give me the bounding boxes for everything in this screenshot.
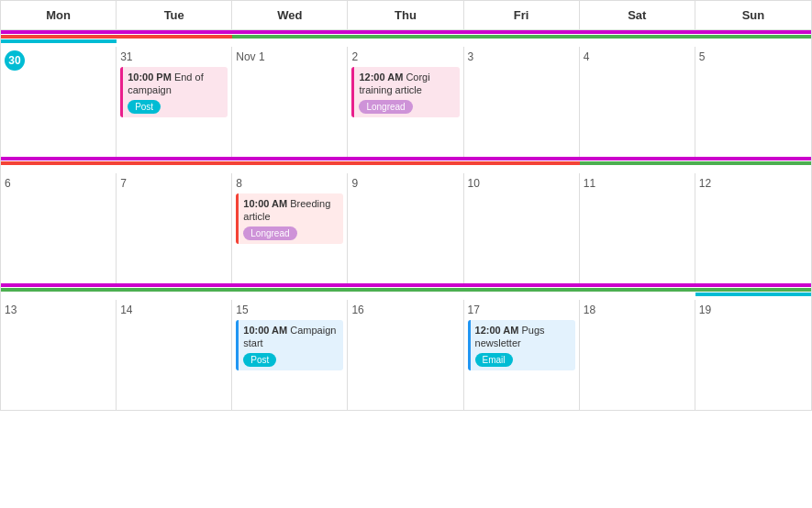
day-cell: 1510:00 AM Campaign startPost xyxy=(232,300,348,410)
event-block[interactable]: 10:00 AM Campaign startPost xyxy=(236,320,343,370)
day-header-sun: Sun xyxy=(695,1,811,29)
calendar-bar xyxy=(695,293,811,296)
calendar: MonTueWedThuFriSatSun 303110:00 PM End o… xyxy=(0,0,812,411)
event-tag: Post xyxy=(128,100,161,114)
day-cell: 12 xyxy=(695,173,811,283)
day-number: 5 xyxy=(699,50,807,63)
calendar-bar xyxy=(232,35,811,39)
calendar-bar xyxy=(1,288,811,292)
day-cell: Nov 1 xyxy=(232,47,348,157)
event-tag: Longread xyxy=(243,226,296,240)
event-block[interactable]: 10:00 PM End of campaignPost xyxy=(120,67,228,117)
day-cell: 810:00 AM Breeding articleLongread xyxy=(232,173,348,283)
day-number: 19 xyxy=(699,304,807,316)
day-number: 3 xyxy=(468,50,575,63)
calendar-body: 303110:00 PM End of campaignPostNov 1212… xyxy=(1,30,811,410)
day-header-sat: Sat xyxy=(580,1,695,29)
day-number: 18 xyxy=(584,304,691,316)
day-cell: 9 xyxy=(348,173,463,283)
day-number: 8 xyxy=(236,177,343,190)
event-tag: Longread xyxy=(359,100,412,114)
day-number: Nov 1 xyxy=(236,50,343,63)
day-cell: 6 xyxy=(1,173,117,283)
event-time: 12:00 AM xyxy=(359,72,406,83)
day-cell: 4 xyxy=(580,47,695,157)
day-number: 7 xyxy=(120,177,228,190)
day-cell: 14 xyxy=(117,300,232,410)
day-cell: 18 xyxy=(580,300,695,410)
calendar-bar xyxy=(1,283,811,287)
day-number: 13 xyxy=(5,304,112,316)
day-header-tue: Tue xyxy=(117,1,232,29)
week-row-0: 303110:00 PM End of campaignPostNov 1212… xyxy=(1,30,811,157)
day-number: 30 xyxy=(5,50,25,71)
day-cell: 10 xyxy=(464,173,580,283)
day-cell: 7 xyxy=(117,173,232,283)
day-cell: 16 xyxy=(348,300,463,410)
calendar-bar xyxy=(1,30,811,34)
event-block[interactable]: 12:00 AM Corgi training articleLongread xyxy=(351,67,459,117)
day-header-wed: Wed xyxy=(232,1,348,29)
event-block[interactable]: 10:00 AM Breeding articleLongread xyxy=(236,193,343,244)
day-header-fri: Fri xyxy=(464,1,580,29)
day-number: 15 xyxy=(236,304,343,316)
event-tag: Email xyxy=(475,353,513,367)
event-time: 10:00 PM xyxy=(128,72,174,83)
day-cell: 3110:00 PM End of campaignPost xyxy=(117,47,232,157)
day-cell: 212:00 AM Corgi training articleLongread xyxy=(348,47,463,157)
week-days-1: 67810:00 AM Breeding articleLongread9101… xyxy=(1,173,811,283)
day-cell: 5 xyxy=(695,47,811,157)
event-time: 10:00 AM xyxy=(243,325,290,336)
calendar-bar xyxy=(1,157,811,160)
day-header-thu: Thu xyxy=(348,1,463,29)
day-number: 14 xyxy=(120,304,228,316)
week-row-1: 67810:00 AM Breeding articleLongread9101… xyxy=(1,157,811,283)
calendar-bar xyxy=(1,35,232,39)
day-number: 2 xyxy=(351,50,459,63)
day-cell: 11 xyxy=(580,173,695,283)
day-number: 11 xyxy=(584,177,691,190)
week-days-0: 303110:00 PM End of campaignPostNov 1212… xyxy=(1,47,811,157)
week-row-2: 13141510:00 AM Campaign startPost161712:… xyxy=(1,283,811,410)
day-number: 10 xyxy=(468,177,575,190)
calendar-bar xyxy=(1,39,117,43)
calendar-bar xyxy=(580,161,811,165)
event-time: 10:00 AM xyxy=(243,198,290,209)
day-cell: 1712:00 AM Pugs newsletterEmail xyxy=(464,300,580,410)
day-number: 17 xyxy=(468,304,575,316)
event-block[interactable]: 12:00 AM Pugs newsletterEmail xyxy=(468,320,575,370)
day-number: 12 xyxy=(699,177,807,190)
week-days-2: 13141510:00 AM Campaign startPost161712:… xyxy=(1,300,811,410)
day-number: 31 xyxy=(120,50,228,63)
day-number: 6 xyxy=(5,177,112,190)
calendar-header: MonTueWedThuFriSatSun xyxy=(1,1,811,30)
day-cell: 19 xyxy=(695,300,811,410)
event-tag: Post xyxy=(243,353,276,367)
day-number: 16 xyxy=(351,304,459,316)
day-number: 4 xyxy=(584,50,691,63)
calendar-bar xyxy=(1,161,580,165)
day-number: 9 xyxy=(351,177,459,190)
day-header-mon: Mon xyxy=(1,1,117,29)
day-cell: 30 xyxy=(1,47,117,157)
day-cell: 13 xyxy=(1,300,117,410)
day-cell: 3 xyxy=(464,47,580,157)
event-time: 12:00 AM xyxy=(475,325,522,336)
